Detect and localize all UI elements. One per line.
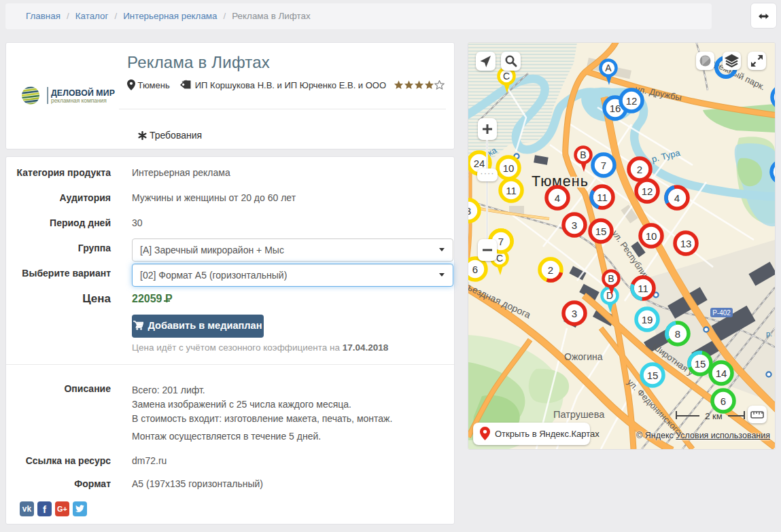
svg-text:4: 4 — [674, 192, 680, 204]
svg-text:2: 2 — [548, 264, 553, 276]
svg-text:С: С — [496, 253, 503, 264]
svg-text:10: 10 — [503, 162, 515, 174]
svg-text:3: 3 — [572, 219, 577, 231]
svg-text:ДЕЛОВОЙ МИР: ДЕЛОВОЙ МИР — [51, 88, 115, 98]
svg-text:12: 12 — [626, 95, 638, 107]
svg-text:3: 3 — [572, 308, 577, 319]
svg-text:15: 15 — [595, 226, 607, 237]
svg-text:7: 7 — [601, 160, 606, 171]
svg-text:19: 19 — [642, 314, 653, 325]
svg-text:В: В — [608, 273, 614, 284]
svg-text:13: 13 — [680, 238, 692, 249]
svg-text:15: 15 — [647, 370, 659, 381]
svg-text:2: 2 — [637, 164, 642, 175]
svg-text:14: 14 — [716, 368, 727, 379]
svg-text:3: 3 — [468, 205, 471, 217]
svg-text:16: 16 — [610, 103, 621, 114]
svg-text:А: А — [605, 63, 612, 73]
svg-text:11: 11 — [597, 192, 608, 203]
svg-text:Ожогина: Ожогина — [564, 351, 603, 362]
svg-text:рекламная компания: рекламная компания — [51, 97, 107, 104]
svg-text:р. В: р. В — [766, 330, 775, 338]
svg-text:12: 12 — [642, 185, 653, 197]
svg-text:2 км: 2 км — [705, 411, 723, 421]
svg-text:11: 11 — [638, 283, 648, 294]
svg-text:Р-402: Р-402 — [712, 309, 731, 317]
svg-text:4: 4 — [555, 192, 560, 204]
svg-text:15: 15 — [695, 358, 706, 370]
svg-text:В: В — [580, 149, 586, 160]
svg-text:7: 7 — [498, 236, 504, 247]
svg-text:С: С — [503, 71, 510, 82]
svg-text:8: 8 — [675, 328, 680, 340]
svg-text:Патрушева: Патрушева — [553, 409, 605, 420]
svg-text:24: 24 — [474, 158, 485, 169]
svg-text:6: 6 — [472, 264, 478, 275]
svg-text:11: 11 — [506, 185, 517, 196]
svg-text:10: 10 — [646, 230, 657, 242]
svg-text:6: 6 — [721, 395, 726, 407]
